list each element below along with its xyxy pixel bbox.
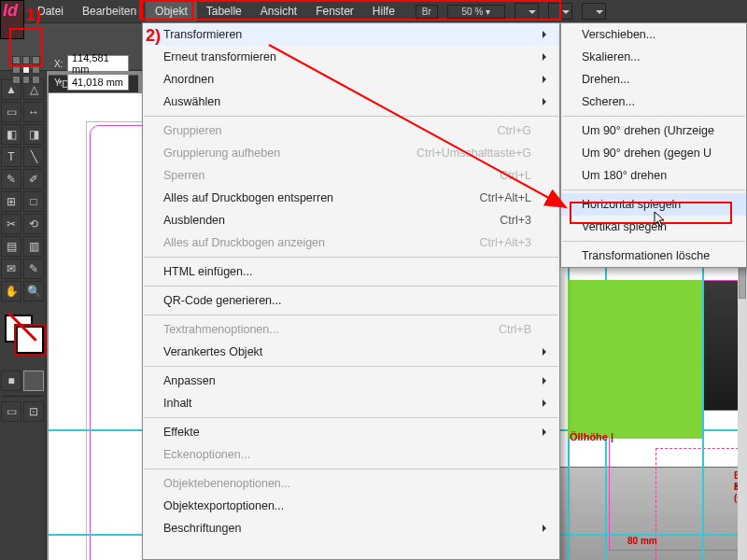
item-inhalt[interactable]: Inhalt: [143, 392, 559, 414]
label-ecken: Eckenoptionen...: [163, 448, 250, 461]
label-loeschen: Transformationen lösche: [582, 249, 710, 262]
green-label: Öllhöhe |: [570, 431, 613, 442]
item-transformieren[interactable]: Transformieren: [143, 23, 559, 46]
label-skalieren: Skalieren...: [582, 50, 641, 63]
tool-palette: ▲△ ▭↔ ◧◨ T╲ ✎✐ ⊞□ ✂⟲ ▤▥ ✉✎ ✋🔍 ■ ▭⊡: [0, 71, 47, 560]
item-auswaehlen[interactable]: Auswählen: [143, 91, 559, 113]
tool-eyedropper[interactable]: ✎: [23, 259, 44, 279]
tool-gap[interactable]: ↔: [23, 102, 44, 122]
item-verankertes-objekt[interactable]: Verankertes Objekt: [143, 341, 559, 363]
tool-transform[interactable]: ⟲: [23, 214, 44, 234]
item-scheren[interactable]: Scheren...: [561, 91, 746, 113]
sc-sperren: Ctrl+L: [500, 169, 531, 182]
item-verschieben[interactable]: Verschieben...: [561, 23, 746, 46]
item-vertikal-spiegeln[interactable]: Vertikal spiegeln: [561, 216, 746, 238]
tool-separator: [2, 396, 44, 397]
app-logo-glyph: Id: [3, 1, 18, 21]
sc-grp-aufheben: Ctrl+Umschalttaste+G: [416, 147, 531, 160]
label-transformieren: Transformieren: [163, 28, 242, 41]
item-drehen[interactable]: Drehen...: [561, 68, 746, 91]
tool-pen[interactable]: ✎: [1, 169, 21, 189]
label-verschieben: Verschieben...: [582, 28, 655, 41]
item-anzeigen: Alles auf Druckbogen anzeigenCtrl+Alt+3: [143, 231, 559, 254]
menu-separator: [144, 417, 558, 418]
screen-mode-icon[interactable]: [548, 3, 572, 20]
menu-bearbeiten[interactable]: Bearbeiten: [73, 1, 146, 21]
tool-type[interactable]: T: [1, 147, 21, 167]
item-erneut-transformieren[interactable]: Erneut transformieren: [143, 46, 559, 68]
sc-anzeigen: Ctrl+Alt+3: [479, 236, 531, 249]
tool-apply-color[interactable]: ■: [1, 371, 21, 391]
menu-ansicht[interactable]: Ansicht: [251, 1, 306, 21]
sc-ausblenden: Ctrl+3: [500, 214, 531, 227]
tool-view-mode[interactable]: ▭: [1, 401, 21, 422]
tool-gradient-feather[interactable]: ▥: [23, 236, 44, 257]
tool-zoom[interactable]: 🔍: [23, 281, 44, 301]
tool-line[interactable]: ╲: [23, 147, 44, 167]
item-90-gegen[interactable]: Um 90° drehen (gegen U: [561, 142, 746, 164]
label-qr: QR-Code generieren...: [163, 294, 281, 307]
stroke-swatch[interactable]: [16, 326, 44, 354]
app-logo: Id: [0, 0, 24, 39]
item-180[interactable]: Um 180° drehen: [561, 164, 746, 187]
x-value: 114,581 mm: [72, 52, 124, 75]
label-inhalt: Inhalt: [163, 397, 192, 410]
menu-datei[interactable]: Datei: [28, 1, 73, 21]
menu-objekt[interactable]: Objekt: [146, 1, 197, 21]
dimension-80mm: 80 mm: [627, 536, 657, 546]
tool-pencil[interactable]: ✐: [23, 169, 44, 189]
tool-page[interactable]: ▭: [1, 102, 21, 122]
menu-separator: [144, 469, 558, 469]
label-auswaehlen: Auswählen: [163, 95, 220, 108]
arrange-icon[interactable]: [582, 3, 606, 20]
label-entsperren: Alles auf Druckbogen entsperren: [163, 191, 333, 204]
item-beschriftungen[interactable]: Beschriftungen: [143, 517, 559, 539]
menu-tabelle[interactable]: Tabelle: [197, 1, 251, 21]
label-grp-aufheben: Gruppierung aufheben: [163, 147, 280, 160]
item-90-uhrzeiger[interactable]: Um 90° drehen (Uhrzeige: [561, 119, 746, 142]
green-block[interactable]: [568, 280, 702, 439]
x-label: X:: [54, 59, 63, 69]
item-ausblenden[interactable]: AusblendenCtrl+3: [143, 209, 559, 231]
item-qr-code[interactable]: QR-Code generieren...: [143, 289, 559, 312]
zoom-field[interactable]: 50 % ▾: [447, 5, 505, 19]
label-gruppieren: Gruppieren: [163, 124, 222, 137]
item-entsperren[interactable]: Alles auf Druckbogen entsperrenCtrl+Alt+…: [143, 187, 559, 209]
tool-rect[interactable]: □: [23, 191, 44, 212]
tool-apply-gradient[interactable]: [23, 371, 44, 391]
item-anpassen[interactable]: Anpassen: [143, 370, 559, 392]
item-transformationen-loeschen[interactable]: Transformationen lösche: [561, 245, 746, 267]
item-anordnen[interactable]: Anordnen: [143, 68, 559, 91]
reference-point-widget[interactable]: [12, 56, 40, 84]
menu-fenster[interactable]: Fenster: [306, 1, 363, 21]
tool-hand[interactable]: ✋: [1, 281, 21, 301]
item-html-einfuegen[interactable]: HTML einfügen...: [143, 260, 559, 283]
tool-screen-mode[interactable]: ⊡: [23, 401, 44, 422]
label-effekte: Effekte: [163, 426, 200, 439]
menu-separator: [562, 241, 745, 242]
item-effekte[interactable]: Effekte: [143, 421, 559, 443]
y-field[interactable]: 41,018 mm: [67, 74, 129, 91]
menu-separator: [144, 257, 558, 258]
label-beschriftungen: Beschriftungen: [163, 522, 241, 535]
item-skalieren[interactable]: Skalieren...: [561, 46, 746, 68]
item-objektexport[interactable]: Objektexportoptionen...: [143, 495, 559, 517]
x-field[interactable]: 114,581 mm: [67, 55, 129, 72]
label-sperren: Sperren: [163, 169, 204, 182]
tool-note[interactable]: ✉: [1, 259, 21, 279]
view-options-icon[interactable]: [514, 3, 539, 20]
sc-entsperren: Ctrl+Alt+L: [479, 191, 531, 204]
bridge-button[interactable]: Br: [416, 5, 438, 19]
tool-gradient[interactable]: ▤: [1, 236, 21, 257]
tool-frame-rect[interactable]: ⊞: [1, 191, 21, 212]
tool-content[interactable]: ◧: [1, 124, 21, 145]
tool-scissors[interactable]: ✂: [1, 214, 21, 234]
tool-content-place[interactable]: ◨: [23, 124, 44, 145]
label-drehen: Drehen...: [582, 73, 629, 86]
item-horizontal-spiegeln[interactable]: Horizontal spiegeln: [561, 193, 746, 216]
label-verankert: Verankertes Objekt: [163, 345, 262, 358]
label-90u: Um 90° drehen (Uhrzeige: [582, 124, 714, 137]
label-export: Objektexportoptionen...: [163, 499, 284, 512]
menu-hilfe[interactable]: Hilfe: [363, 1, 404, 21]
item-textrahmenoptionen: Textrahmenoptionen...Ctrl+B: [143, 318, 559, 341]
